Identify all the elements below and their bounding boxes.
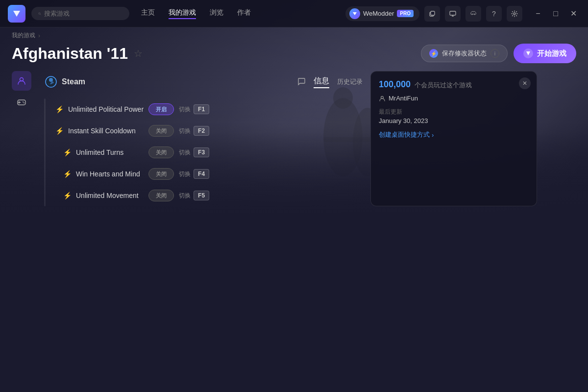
mod-toggle[interactable]: 关闭: [148, 168, 174, 180]
content-area: Steam 信息 历史记录 ⚡ Unlimited Political Powe…: [0, 71, 588, 206]
sidebar-gamepad-icon[interactable]: [12, 93, 31, 112]
members-count: 100,000: [379, 79, 411, 90]
hotkey-label: 切换: [179, 105, 191, 114]
hotkey-section: 切换 F5: [179, 191, 209, 200]
game-title: Afghanistan '11: [12, 45, 128, 63]
bolt-icon: ⚡: [63, 170, 71, 178]
hotkey-badge[interactable]: F4: [194, 169, 209, 179]
nav-browse[interactable]: 浏览: [210, 8, 223, 19]
svg-point-12: [514, 13, 515, 15]
hotkey-section: 切换 F1: [179, 104, 209, 114]
left-sidebar: [12, 71, 36, 206]
hotkey-badge[interactable]: F1: [194, 104, 209, 114]
breadcrumb-my-games[interactable]: 我的游戏: [12, 31, 35, 40]
info-panel-close-btn[interactable]: ✕: [519, 77, 531, 89]
bolt-icon: ⚡: [55, 127, 63, 135]
favorite-star-icon[interactable]: ☆: [134, 48, 143, 59]
mod-name: Unlimited Political Power: [68, 105, 144, 113]
start-game-label: 开始游戏: [537, 49, 566, 58]
mod-list-vert-bar: [44, 98, 46, 206]
info-tab[interactable]: 信息: [314, 76, 329, 88]
mod-list: ⚡ Unlimited Political Power 开启 切换 F1 ⚡ I…: [49, 98, 215, 206]
bolt-icon: ⚡: [63, 148, 71, 156]
settings-icon-btn[interactable]: [507, 6, 522, 22]
mods-panel: Steam 信息 历史记录 ⚡ Unlimited Political Powe…: [44, 71, 363, 206]
hotkey-section: 切换 F2: [179, 126, 209, 136]
mod-item[interactable]: ⚡ Win Hearts and Mind 关闭 切换 F4: [49, 163, 215, 185]
mod-item[interactable]: ⚡ Instant Skill Cooldown 关闭 切换 F2: [49, 120, 215, 142]
topbar-right: WeModder PRO ?: [345, 6, 580, 22]
save-status-button[interactable]: ⚡ 保存修改器状态 i: [421, 45, 508, 62]
start-game-button[interactable]: 开始游戏: [514, 44, 576, 63]
info-panel: ✕ 100,000 个会员玩过这个游戏 MrAntiFun 最后更新 Janua…: [370, 71, 537, 206]
hotkey-badge[interactable]: F2: [194, 126, 209, 136]
svg-point-19: [24, 102, 24, 103]
last-update-value: January 30, 2023: [379, 117, 529, 124]
copy-icon-btn[interactable]: [424, 6, 440, 22]
platform-name: Steam: [62, 77, 85, 86]
create-shortcut-link[interactable]: 创建桌面快捷方式 ›: [379, 130, 529, 139]
mod-item[interactable]: ⚡ Unlimited Turns 关闭 切换 F3: [49, 142, 215, 163]
hotkey-label: 切换: [179, 192, 191, 200]
svg-line-6: [40, 14, 41, 15]
mod-toggle[interactable]: 开启: [148, 103, 174, 115]
chat-icon-btn[interactable]: [297, 77, 306, 87]
mod-name: Unlimited Turns: [76, 148, 144, 156]
app-logo: [8, 5, 25, 23]
info-circle-icon: i: [490, 49, 499, 58]
create-shortcut-chevron: ›: [432, 131, 434, 139]
nav-links: 主页 我的游戏 浏览 作者: [141, 8, 251, 19]
last-update-label: 最后更新: [379, 108, 529, 116]
mod-name: Unlimited Movement: [76, 192, 144, 199]
mod-toggle[interactable]: 关闭: [148, 147, 174, 158]
discord-icon-btn[interactable]: [466, 6, 481, 22]
nav-author[interactable]: 作者: [237, 8, 251, 19]
wemodder-name: WeModder: [363, 10, 394, 17]
hotkey-label: 切换: [179, 148, 191, 157]
mod-item[interactable]: ⚡ Unlimited Political Power 开启 切换 F1: [49, 98, 215, 120]
platform-header-right: 信息 历史记录: [297, 76, 363, 88]
mod-toggle[interactable]: 关闭: [148, 125, 174, 137]
hotkey-badge[interactable]: F3: [194, 147, 209, 157]
wemodder-badge[interactable]: WeModder PRO: [345, 6, 419, 21]
hotkey-section: 切换 F3: [179, 147, 209, 157]
hotkey-badge[interactable]: F5: [194, 191, 209, 200]
hotkey-section: 切换 F4: [179, 169, 209, 179]
create-shortcut-label: 创建桌面快捷方式: [379, 130, 430, 139]
bolt-icon: ⚡: [55, 105, 63, 113]
nav-my-games[interactable]: 我的游戏: [169, 8, 196, 19]
hotkey-label: 切换: [179, 170, 191, 178]
close-btn[interactable]: ✕: [566, 7, 580, 21]
search-input[interactable]: [44, 10, 122, 17]
game-header-right: ⚡ 保存修改器状态 i 开始游戏: [421, 44, 576, 63]
nav-home[interactable]: 主页: [141, 8, 155, 19]
mod-toggle[interactable]: 关闭: [148, 190, 174, 201]
search-icon: [38, 10, 41, 17]
bolt-icon: ⚡: [63, 192, 71, 199]
svg-point-18: [23, 101, 24, 102]
hotkey-label: 切换: [179, 127, 191, 135]
mod-name: Win Hearts and Mind: [76, 170, 144, 178]
mod-item[interactable]: ⚡ Unlimited Movement 关闭 切换 F5: [49, 185, 215, 206]
members-label: 个会员玩过这个游戏: [415, 81, 472, 90]
pro-badge: PRO: [397, 10, 414, 17]
history-tab[interactable]: 历史记录: [337, 77, 363, 86]
help-icon-btn[interactable]: ?: [486, 6, 502, 22]
minimize-btn[interactable]: −: [531, 7, 545, 21]
steam-logo-icon: [44, 75, 58, 89]
save-status-label: 保存修改器状态: [442, 49, 487, 58]
mod-name: Instant Skill Cooldown: [68, 127, 144, 135]
flash-icon: ⚡: [429, 49, 438, 58]
svg-rect-9: [450, 11, 456, 15]
breadcrumb: 我的游戏 ›: [0, 27, 588, 44]
sidebar-user-icon[interactable]: [12, 71, 31, 91]
mod-list-container: ⚡ Unlimited Political Power 开启 切换 F1 ⚡ I…: [44, 98, 363, 206]
search-box[interactable]: [31, 7, 129, 20]
topbar: 主页 我的游戏 浏览 作者 WeModder PRO: [0, 0, 588, 27]
window-controls: − □ ✕: [531, 7, 580, 21]
wemodder-logo-icon: [349, 8, 360, 19]
monitor-icon-btn[interactable]: [445, 6, 461, 22]
maximize-btn[interactable]: □: [549, 7, 563, 21]
start-game-we-logo: [523, 49, 533, 58]
game-header: Afghanistan '11 ☆ ⚡ 保存修改器状态 i 开始游戏: [0, 44, 588, 71]
